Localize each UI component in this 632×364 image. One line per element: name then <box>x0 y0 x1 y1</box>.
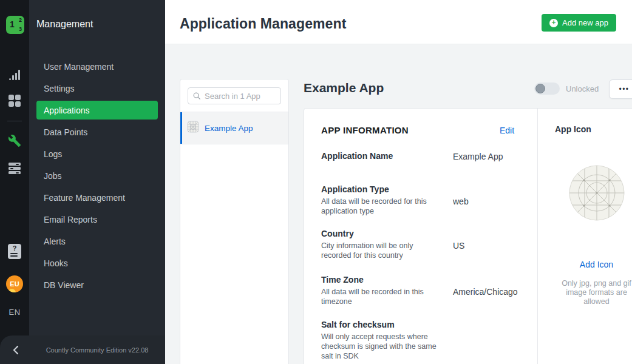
field-label: Time Zone <box>321 275 531 285</box>
sidebar: 1 2 3 ? EU EN Management User Management… <box>0 0 165 364</box>
dashboard-grid-icon[interactable] <box>0 95 29 107</box>
logo-digit: 2 <box>19 17 22 23</box>
more-options-button[interactable]: ••• <box>609 79 632 99</box>
add-icon-link[interactable]: Add Icon <box>538 260 632 269</box>
sidebar-item-hooks[interactable]: Hooks <box>36 252 158 274</box>
sidebar-collapse-button[interactable] <box>8 343 23 357</box>
plus-circle-icon: + <box>549 19 558 27</box>
field-salt-for-checksum: Salt for checksumWill only accept reques… <box>321 320 531 361</box>
help-document-icon[interactable]: ? <box>0 244 29 259</box>
icon-format-hint: Only jpg, png and gif image formats are … <box>557 279 632 306</box>
sidebar-menu: Management User ManagementSettingsApplic… <box>29 0 165 364</box>
field-label: Country <box>321 229 531 238</box>
field-label: Application Type <box>321 184 531 194</box>
sidebar-menu-items: User ManagementSettingsApplicationsData … <box>29 56 165 296</box>
app-detail-card: APP INFORMATION Edit Application NameExa… <box>304 108 632 364</box>
field-time-zone: Time ZoneAll data will be recorded in th… <box>321 275 531 306</box>
sidebar-item-applications[interactable]: Applications <box>36 101 158 120</box>
app-icon-panel: App Icon <box>537 109 632 364</box>
content-area: Example App Example App Unlocked ••• APP… <box>165 44 632 364</box>
language-selector[interactable]: EN <box>0 308 29 317</box>
field-value: web <box>453 197 469 206</box>
sidebar-item-data-points[interactable]: Data Points <box>36 121 158 143</box>
toggle-knob <box>535 84 545 93</box>
sidebar-item-email-reports[interactable]: Email Reports <box>36 209 158 231</box>
language-label: EN <box>8 308 20 317</box>
field-value: Example App <box>453 152 503 161</box>
management-wrench-icon[interactable] <box>0 134 29 147</box>
app-search-input[interactable] <box>188 87 281 104</box>
app-list-item-example-app[interactable]: Example App <box>180 112 288 144</box>
rail-divider <box>7 121 22 121</box>
add-new-app-button[interactable]: + Add new app <box>542 14 616 32</box>
field-description: All data will be recorded for this appli… <box>321 197 441 216</box>
add-new-app-label: Add new app <box>562 18 608 27</box>
sidebar-item-settings[interactable]: Settings <box>36 78 158 99</box>
field-application-type: Application TypeAll data will be recorde… <box>321 184 531 216</box>
app-rows: Example App <box>180 112 288 144</box>
version-label: Countly Community Edition v22.08 <box>29 335 165 364</box>
sidebar-section-title: Management <box>36 19 93 30</box>
app-icon-placeholder <box>568 164 625 224</box>
user-avatar[interactable]: EU <box>0 275 29 292</box>
sidebar-item-feature-management[interactable]: Feature Management <box>36 187 158 209</box>
page-header: Application Management + Add new app <box>165 0 632 44</box>
sidebar-item-logs[interactable]: Logs <box>36 143 158 165</box>
sidebar-item-db-viewer[interactable]: DB Viewer <box>36 274 158 296</box>
page-title: Application Management <box>180 16 346 32</box>
avatar-initials: EU <box>10 280 19 288</box>
edit-link[interactable]: Edit <box>500 126 514 135</box>
app-list-card: Example App <box>180 79 289 364</box>
search-icon <box>192 92 201 103</box>
sidebar-item-user-management[interactable]: User Management <box>36 56 158 78</box>
field-value: US <box>453 241 464 251</box>
icon-rail: 1 2 3 ? EU EN <box>0 0 29 364</box>
field-country: CountryCity information will be only rec… <box>321 229 531 260</box>
countly-logo-icon[interactable]: 1 2 3 <box>6 16 24 34</box>
field-label: Salt for checksum <box>321 320 531 329</box>
analytics-bar-chart-icon[interactable] <box>0 69 29 80</box>
server-icon[interactable] <box>0 163 29 174</box>
field-description: City information will be only recorded f… <box>321 241 441 260</box>
main-area: Application Management + Add new app Exa… <box>165 0 632 364</box>
sidebar-footer: Countly Community Edition v22.08 <box>0 335 165 364</box>
field-description: All data will be recorded in this timezo… <box>321 287 441 306</box>
sidebar-item-jobs[interactable]: Jobs <box>36 165 158 187</box>
field-description: Will only accept requests where checksum… <box>321 332 441 361</box>
logo-digit: 1 <box>10 19 15 29</box>
lock-state-label: Unlocked <box>566 84 599 93</box>
field-application-name: Application NameExample App <box>321 151 531 161</box>
app-list-item-label: Example App <box>205 124 253 133</box>
app-detail-title: Example App <box>304 81 384 95</box>
field-value: America/Chicago <box>453 287 518 297</box>
logo-digit: 3 <box>19 26 22 32</box>
lock-toggle[interactable] <box>534 83 560 95</box>
sidebar-item-alerts[interactable]: Alerts <box>36 231 158 252</box>
app-thumbnail-icon <box>187 121 199 135</box>
app-information-heading: APP INFORMATION <box>321 125 409 135</box>
app-icon-heading: App Icon <box>555 124 591 134</box>
